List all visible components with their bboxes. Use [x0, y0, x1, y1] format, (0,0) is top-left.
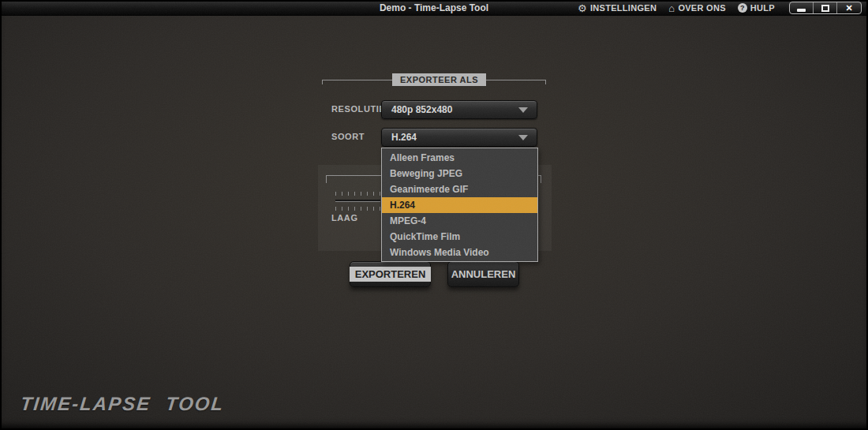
- dropdown-item[interactable]: Alleen Frames: [382, 150, 537, 166]
- dropdown-item[interactable]: H.264: [382, 197, 537, 213]
- menu-item-label: HULP: [750, 3, 775, 13]
- maximize-icon: [821, 5, 829, 12]
- close-button[interactable]: ✕: [837, 2, 861, 13]
- menu-item-instellingen[interactable]: ⚙ INSTELLINGEN: [578, 3, 657, 13]
- slider-ticks-top: [335, 192, 380, 196]
- menu-item-label: OVER ONS: [678, 3, 725, 13]
- gear-icon: ⚙: [578, 3, 587, 13]
- slider-ticks-bottom: [335, 207, 380, 211]
- chevron-down-icon: [518, 107, 528, 113]
- resolution-value: 480p 852x480: [382, 104, 452, 115]
- type-value: H.264: [382, 132, 417, 143]
- menu-item-label: INSTELLINGEN: [590, 3, 657, 13]
- menu-item-over-ons[interactable]: ⌂ OVER ONS: [668, 3, 726, 13]
- type-label: SOORT: [331, 132, 365, 141]
- quality-bracket-left: [326, 175, 381, 183]
- app-window: Demo - Time-Lapse Tool ⚙ INSTELLINGEN ⌂ …: [0, 0, 868, 430]
- export-button-label: EXPORTEREN: [350, 267, 432, 282]
- minimize-button[interactable]: [790, 2, 814, 13]
- chevron-down-icon: [518, 135, 528, 140]
- minimize-icon: [797, 9, 806, 12]
- type-select[interactable]: H.264: [381, 128, 537, 147]
- titlebar: Demo - Time-Lapse Tool ⚙ INSTELLINGEN ⌂ …: [0, 0, 868, 16]
- window-controls: ✕: [789, 2, 862, 14]
- cancel-button-label: ANNULEREN: [451, 268, 516, 280]
- group-bracket-left: [322, 80, 392, 84]
- resolution-select[interactable]: 480p 852x480: [381, 100, 537, 119]
- home-icon: ⌂: [668, 3, 675, 13]
- dropdown-item[interactable]: Geanimeerde GIF: [382, 181, 537, 197]
- maximize-button[interactable]: [814, 2, 837, 13]
- cancel-button[interactable]: ANNULEREN: [447, 261, 519, 287]
- resolution-label: RESOLUTIE: [331, 104, 385, 114]
- close-icon: ✕: [845, 3, 852, 13]
- dropdown-item[interactable]: Beweging JPEG: [382, 166, 537, 181]
- dropdown-item[interactable]: Windows Media Video: [382, 245, 537, 260]
- export-group-title: EXPORTEER ALS: [392, 73, 486, 86]
- quality-low-label: LAAG: [331, 213, 358, 222]
- dropdown-list: Alleen Frames Beweging JPEG Geanimeerde …: [381, 148, 538, 262]
- quality-slider[interactable]: [335, 200, 380, 202]
- help-icon: ?: [738, 3, 747, 13]
- app-logo: TIME-LAPSE TOOL: [20, 393, 226, 415]
- dropdown-item[interactable]: MPEG-4: [382, 213, 537, 229]
- dropdown-item[interactable]: QuickTime Film: [382, 229, 537, 245]
- export-button[interactable]: EXPORTEREN: [350, 261, 431, 287]
- titlebar-menu: ⚙ INSTELLINGEN ⌂ OVER ONS ? HULP: [578, 0, 775, 16]
- menu-item-hulp[interactable]: ? HULP: [738, 3, 775, 13]
